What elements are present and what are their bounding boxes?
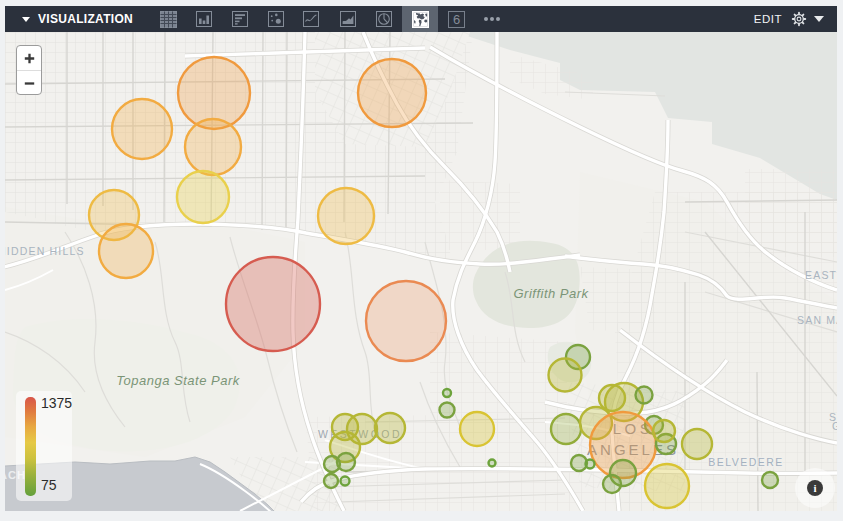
svg-text:EAST L: EAST L bbox=[805, 269, 837, 281]
svg-text:Griffith Park: Griffith Park bbox=[513, 286, 589, 301]
svg-text:6: 6 bbox=[452, 12, 459, 27]
svg-text:BELVEDERE: BELVEDERE bbox=[708, 456, 784, 468]
svg-text:G: G bbox=[832, 420, 837, 432]
svg-text:Topanga State Park: Topanga State Park bbox=[116, 373, 240, 388]
svg-text:SAN MA: SAN MA bbox=[797, 314, 837, 326]
svg-text:HIDDEN HILLS: HIDDEN HILLS bbox=[5, 245, 85, 257]
